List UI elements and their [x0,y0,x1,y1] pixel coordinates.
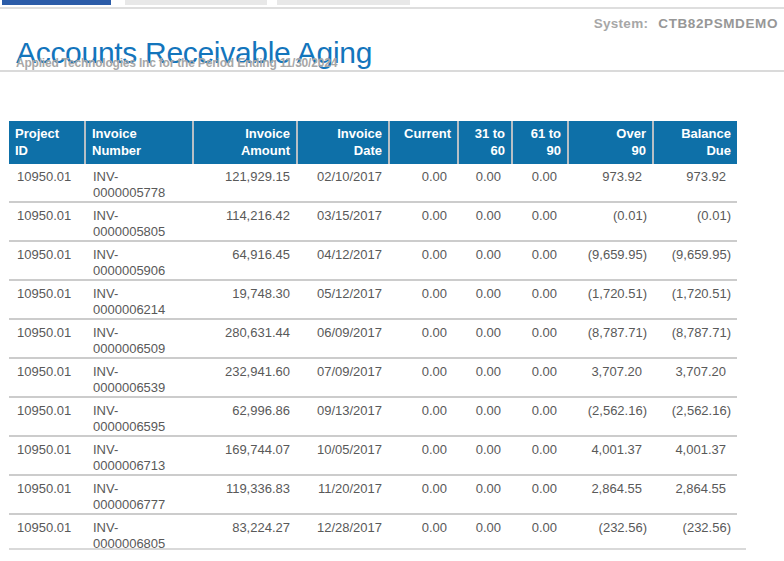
cell-invoice-amount: 169,744.07 [193,436,297,475]
cell-invoice-amount: 280,631.44 [193,319,297,358]
cell-balance-due: (0.01) [653,202,737,241]
cell-current: 0.00 [389,475,458,514]
cell-current: 0.00 [389,280,458,319]
cell-invoice-amount: 232,941.60 [193,358,297,397]
column-header-balance-due: BalanceDue [653,121,737,164]
cell-61-to-90: 0.00 [512,397,568,436]
cell-balance-due: (2,562.16) [653,397,737,436]
cell-balance-due: (1,720.51) [653,280,737,319]
cell-31-to-60: 0.00 [458,241,512,280]
table-row: 10950.01INV-0000005805114,216.4203/15/20… [9,202,737,241]
cell-invoice-number: INV-0000005805 [85,202,193,241]
invoice-number-text: INV-0000006539 [93,364,171,396]
table-row: 10950.01INV-000000680583,224.2712/28/201… [9,514,737,550]
cell-current: 0.00 [389,397,458,436]
invoice-number-text: INV-0000006214 [93,286,171,318]
cell-over-90: (0.01) [568,202,653,241]
column-header-current: Current [389,121,458,164]
cell-current: 0.00 [389,319,458,358]
cell-current: 0.00 [389,436,458,475]
tab-1[interactable] [2,0,111,5]
cell-balance-due: 4,001.37 [653,436,737,475]
system-info: System:CTB82PSMDEMO [594,16,778,31]
table-row: 10950.01INV-000000590664,916.4504/12/201… [9,241,737,280]
invoice-number-text: INV-0000005805 [93,208,171,240]
cell-over-90: 973.92 [568,164,653,202]
cell-invoice-amount: 64,916.45 [193,241,297,280]
cell-31-to-60: 0.00 [458,358,512,397]
cell-31-to-60: 0.00 [458,475,512,514]
cell-61-to-90: 0.00 [512,241,568,280]
tab-3[interactable] [277,0,410,5]
cell-invoice-amount: 19,748.30 [193,280,297,319]
cell-invoice-amount: 62,996.86 [193,397,297,436]
column-header-project-id: ProjectID [9,121,85,164]
table-row: 10950.01INV-0000006713169,744.0710/05/20… [9,436,737,475]
column-header-over-90: Over90 [568,121,653,164]
tab-2[interactable] [125,0,267,5]
cell-project-id: 10950.01 [9,319,85,358]
cell-invoice-date: 07/09/2017 [297,358,389,397]
tab-strip-divider [0,7,784,9]
cell-31-to-60: 0.00 [458,164,512,202]
cell-over-90: 2,864.55 [568,475,653,514]
accounts-receivable-aging-table: ProjectIDInvoiceNumberInvoiceAmountInvoi… [9,121,737,550]
invoice-number-text: INV-0000006509 [93,325,171,357]
cell-current: 0.00 [389,358,458,397]
column-header-invoice-number: InvoiceNumber [85,121,193,164]
invoice-number-text: INV-0000006777 [93,481,171,513]
cell-invoice-date: 10/05/2017 [297,436,389,475]
invoice-number-text: INV-0000005906 [93,247,171,279]
cell-balance-due: 3,707.20 [653,358,737,397]
table-row: 10950.01INV-0000006509280,631.4406/09/20… [9,319,737,358]
cell-invoice-amount: 119,336.83 [193,475,297,514]
cell-31-to-60: 0.00 [458,397,512,436]
cell-current: 0.00 [389,241,458,280]
cell-invoice-date: 04/12/2017 [297,241,389,280]
cell-61-to-90: 0.00 [512,514,568,550]
cell-project-id: 10950.01 [9,280,85,319]
table-header: ProjectIDInvoiceNumberInvoiceAmountInvoi… [9,121,737,164]
cell-invoice-number: INV-0000006509 [85,319,193,358]
cell-over-90: (8,787.71) [568,319,653,358]
cell-invoice-date: 02/10/2017 [297,164,389,202]
cell-31-to-60: 0.00 [458,280,512,319]
cell-invoice-number: INV-0000005778 [85,164,193,202]
table-header-row: ProjectIDInvoiceNumberInvoiceAmountInvoi… [9,121,737,164]
cell-project-id: 10950.01 [9,514,85,550]
cell-project-id: 10950.01 [9,475,85,514]
cell-balance-due: (8,787.71) [653,319,737,358]
invoice-number-text: INV-0000006805 [93,520,171,550]
cell-invoice-date: 12/28/2017 [297,514,389,550]
table-row: 10950.01INV-000000621419,748.3005/12/201… [9,280,737,319]
cell-invoice-date: 11/20/2017 [297,475,389,514]
column-header-invoice-amount: InvoiceAmount [193,121,297,164]
invoice-number-text: INV-0000006713 [93,442,171,474]
cell-invoice-amount: 114,216.42 [193,202,297,241]
cell-invoice-amount: 121,929.15 [193,164,297,202]
cell-balance-due: 2,864.55 [653,475,737,514]
table-row: 10950.01INV-0000006777119,336.8311/20/20… [9,475,737,514]
cell-invoice-number: INV-0000006777 [85,475,193,514]
cell-project-id: 10950.01 [9,358,85,397]
cell-31-to-60: 0.00 [458,436,512,475]
cell-61-to-90: 0.00 [512,358,568,397]
cell-61-to-90: 0.00 [512,319,568,358]
cell-over-90: (2,562.16) [568,397,653,436]
cell-31-to-60: 0.00 [458,514,512,550]
table-row: 10950.01INV-0000005778121,929.1502/10/20… [9,164,737,202]
report-table-viewport: ProjectIDInvoiceNumberInvoiceAmountInvoi… [9,121,746,550]
column-header-31-to-60: 31 to60 [458,121,512,164]
cell-invoice-number: INV-0000006805 [85,514,193,550]
report-subtitle: Applied Technologies Inc for the Period … [16,56,337,70]
cell-invoice-amount: 83,224.27 [193,514,297,550]
cell-project-id: 10950.01 [9,436,85,475]
cell-current: 0.00 [389,164,458,202]
cell-invoice-date: 06/09/2017 [297,319,389,358]
cell-31-to-60: 0.00 [458,202,512,241]
cell-project-id: 10950.01 [9,202,85,241]
cell-balance-due: 973.92 [653,164,737,202]
cell-over-90: (1,720.51) [568,280,653,319]
cell-61-to-90: 0.00 [512,202,568,241]
cell-balance-due: (232.56) [653,514,737,550]
